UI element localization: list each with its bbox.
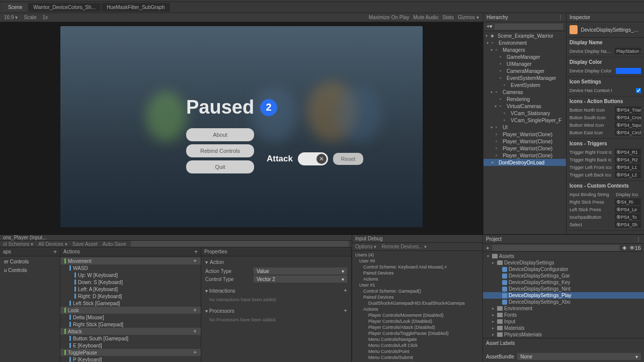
insp-field-value[interactable]: ⦿PS4_Sh <box>615 221 641 228</box>
schemes-dropdown[interactable]: ol Schemes ▾ <box>3 241 33 247</box>
auto-save-toggle[interactable]: Auto-Save <box>103 241 126 247</box>
debug-tree-item[interactable]: Player Controls/TogglePause (Disabled) <box>352 330 482 336</box>
action-header[interactable]: Movement+ <box>60 257 201 264</box>
assets-root[interactable]: ▾Assets <box>483 253 644 259</box>
debug-tree-item[interactable]: User #1 <box>352 282 482 288</box>
add-icon[interactable]: + <box>486 245 489 251</box>
hierarchy-item[interactable]: ▫Player_Warrior(Clone) <box>484 145 566 152</box>
debug-tree-item[interactable]: Player Controls/Movement (Disabled) <box>352 312 482 318</box>
tab-scene[interactable]: Scene <box>3 3 27 12</box>
insp-field-value[interactable]: ⦿S4_Ri <box>615 199 641 205</box>
hierarchy-item[interactable]: ▫Player_Warrior(Clone) <box>484 152 566 159</box>
aspect-dropdown[interactable]: 16:9 ▾ <box>4 15 18 20</box>
debug-tree-item[interactable]: Control Scheme: Gamepad() <box>352 288 482 294</box>
project-item[interactable]: ▸DeviceDisplaySettings <box>483 259 644 266</box>
tab-warrior-devicecolors[interactable]: Warrior_DeviceColors_Sh... <box>28 3 101 12</box>
mute-toggle[interactable]: Mute Audio <box>413 15 438 20</box>
about-button[interactable]: About <box>186 128 254 141</box>
debug-tree-item[interactable]: Actions <box>352 306 482 312</box>
color-field[interactable] <box>616 68 641 74</box>
hierarchy-item[interactable]: ▫Rendering <box>484 96 566 103</box>
binding-item[interactable]: P [Keyboard] <box>60 356 201 362</box>
debug-tree-item[interactable]: Player Controls/Look (Disabled) <box>352 318 482 324</box>
binding-item[interactable]: E [Keyboard] <box>60 342 201 349</box>
debug-tree-item[interactable]: User #0 <box>352 258 482 264</box>
scene-root[interactable]: ▾◈Scene_Example_Warrior <box>484 32 566 39</box>
panel-menu-icon[interactable]: ⋮ <box>558 15 563 20</box>
insp-field-value[interactable]: ⦿PS4_Cross <box>615 114 641 121</box>
binding-item[interactable]: Left Stick [Gamepad] <box>60 300 201 307</box>
insp-field-value[interactable]: ⦿PS4_To <box>615 214 641 220</box>
reset-button[interactable]: Reset <box>333 153 363 165</box>
project-item[interactable]: ▸Environment <box>483 305 644 312</box>
maximize-toggle[interactable]: Maximize On Play <box>369 15 410 20</box>
has-context-checkbox[interactable] <box>636 88 641 93</box>
insp-field-value[interactable]: ⦿PS4_Trian <box>615 107 641 113</box>
filter-icon[interactable]: ◈ <box>622 244 626 251</box>
project-item[interactable]: ▸Fonts <box>483 312 644 318</box>
hierarchy-item[interactable]: ▫GameManager <box>484 53 566 60</box>
insp-field-value[interactable]: ⦿PS4_Circle <box>615 129 641 136</box>
add-binding-icon[interactable]: + <box>193 349 197 356</box>
debug-tree-item[interactable]: Paired Devices <box>352 294 482 300</box>
hierarchy-item[interactable]: ▾▫Environment <box>484 39 566 46</box>
panel-menu-icon[interactable]: ⋮ <box>636 236 641 242</box>
rebind-binding-button[interactable]: ✕ <box>298 152 328 165</box>
add-action-icon[interactable]: + <box>194 248 198 255</box>
binding-item[interactable]: Delta [Mouse] <box>60 314 201 321</box>
action-search[interactable] <box>131 241 349 247</box>
chevron-down-icon[interactable]: ▾ <box>205 288 208 294</box>
hierarchy-search[interactable] <box>495 24 563 30</box>
hierarchy-item[interactable]: ▫VCam_Stationary <box>484 110 566 117</box>
hierarchy-item[interactable]: ▫DontDestroyOnLoad <box>484 159 566 166</box>
insp-field-value[interactable]: ⦿PS4_L1 <box>615 164 641 170</box>
add-processor-icon[interactable]: + <box>344 307 347 314</box>
action-header[interactable]: Attack+ <box>60 328 201 335</box>
insp-field-value[interactable]: ⦿PS4_L2 <box>615 171 641 178</box>
options-dropdown[interactable]: Options ▾ <box>355 244 376 249</box>
debug-tree-item[interactable]: Menu Controls/Point <box>352 348 482 354</box>
project-search[interactable] <box>492 245 619 251</box>
debug-tree-item[interactable]: DualShock4GamepadHID:/DualShock4Gamepa <box>352 300 482 306</box>
action-type-dropdown[interactable]: Value▾ <box>254 267 347 275</box>
action-header[interactable]: TogglePause+ <box>60 349 201 356</box>
insp-field-value[interactable]: ⦿PS4_Squa <box>615 122 641 128</box>
control-type-dropdown[interactable]: Vector 2▾ <box>254 276 347 283</box>
assetbundle-dropdown[interactable]: None▾ <box>517 353 641 360</box>
hierarchy-item[interactable]: ▫EventSystem <box>484 81 566 88</box>
debug-tree-item[interactable]: Actions <box>352 276 482 282</box>
project-item[interactable]: DeviceDisplaySettings_Xbo <box>483 299 644 305</box>
hierarchy-item[interactable]: ▾▫UI <box>484 124 566 131</box>
hierarchy-item[interactable]: ▫UIManager <box>484 60 566 67</box>
display-name-field[interactable]: PlayStation 4 <box>615 48 641 54</box>
stats-toggle[interactable]: Stats <box>442 15 454 20</box>
binding-item[interactable]: Right: D [Keyboard] <box>60 293 201 300</box>
hierarchy-item[interactable]: ▾▫Cameras <box>484 88 566 96</box>
debug-tree-item[interactable]: Paired Devices <box>352 270 482 276</box>
insp-field-value[interactable]: ⦿PS4_R2 <box>615 156 641 163</box>
project-item[interactable]: DeviceDisplayConfigurator <box>483 266 644 273</box>
insp-field-value[interactable]: ⦿PS4_R1 <box>615 149 641 155</box>
save-asset-button[interactable]: Save Asset <box>72 241 98 247</box>
chevron-down-icon[interactable]: ▾ <box>205 259 208 265</box>
add-interaction-icon[interactable]: + <box>344 287 347 294</box>
debug-tree-item[interactable]: Player Controls/Attack (Disabled) <box>352 324 482 330</box>
hierarchy-item[interactable]: ▫CameraManager <box>484 67 566 74</box>
debug-tree-item[interactable]: Users (4) <box>352 252 482 258</box>
quit-button[interactable]: Quit <box>186 160 254 173</box>
project-item[interactable]: ▸Materials <box>483 325 644 331</box>
hierarchy-item[interactable]: ▾▫VirtualCameras <box>484 103 566 110</box>
debug-tree-item[interactable]: Menu Controls/Submit <box>352 354 482 360</box>
action-map-item[interactable]: u Controls <box>0 266 60 275</box>
gizmos-dropdown[interactable]: Gizmos ▾ <box>458 15 479 20</box>
add-map-icon[interactable]: + <box>53 248 57 255</box>
add-icon[interactable]: +▾ <box>487 23 493 30</box>
project-item[interactable]: DeviceDisplaySettings_Key <box>483 279 644 286</box>
scale-value[interactable]: 1x <box>42 15 48 20</box>
insp-field-value[interactable]: ⦿PS4_Le <box>615 206 641 213</box>
debug-tree-item[interactable]: Menu Controls/Left Click <box>352 342 482 348</box>
chevron-down-icon[interactable]: ▾ <box>205 308 208 314</box>
add-binding-icon[interactable]: + <box>193 328 197 335</box>
project-item[interactable]: DeviceDisplaySettings_Gar <box>483 273 644 279</box>
binding-item[interactable]: Up: W [Keyboard] <box>60 272 201 279</box>
